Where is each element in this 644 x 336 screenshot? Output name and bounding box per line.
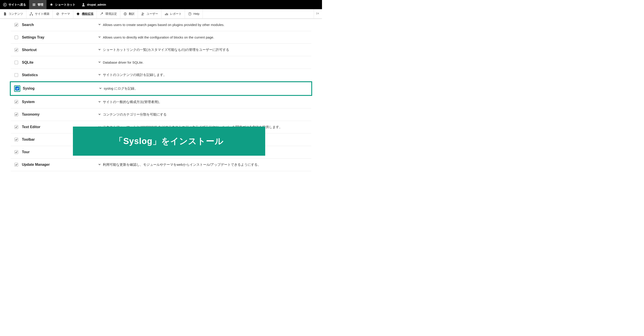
user-menu[interactable]: drupal_admin	[78, 0, 109, 9]
svg-point-8	[143, 13, 144, 14]
module-checkbox-cell	[11, 125, 22, 129]
module-description: ショートカットリンクの一覧(カスタマイズ可能なもの)の管理をユーザーに許可する	[103, 48, 229, 52]
module-description-cell: 利用可能な更新を確認し、モジュールやテーマをwebからインストール/アップデート…	[98, 163, 311, 167]
annotation-callout: 「Syslog」をインストール	[73, 126, 265, 156]
module-description-cell: Allows users to create search pages base…	[98, 23, 311, 27]
module-checkbox[interactable]	[14, 36, 18, 39]
toolbar-help[interactable]: ? Help	[185, 9, 203, 18]
svg-rect-2	[31, 12, 32, 13]
toolbar-extend-label: 機能拡張	[82, 12, 94, 16]
module-name[interactable]: Search	[22, 23, 98, 27]
toolbar-appearance-label: テーマ	[61, 12, 70, 16]
module-checkbox[interactable]	[14, 163, 18, 166]
module-description-cell: Database driver for SQLite.	[98, 61, 311, 64]
module-name[interactable]: Taxonomy	[22, 112, 98, 116]
chevron-down-icon[interactable]	[98, 163, 101, 167]
chevron-down-icon[interactable]	[98, 73, 101, 77]
toolbar-config[interactable]: 環境設定	[97, 9, 120, 18]
toolbar-translate[interactable]: 翻訳	[120, 9, 138, 18]
module-name[interactable]: Syslog	[23, 86, 99, 90]
manage-label: 管理	[38, 3, 44, 7]
admin-toolbar: コンテンツ サイト構築 テーマ 機能拡張 環境設定 翻訳 ユーザー	[0, 9, 322, 19]
svg-text:?: ?	[189, 13, 190, 15]
chevron-down-icon[interactable]	[98, 113, 101, 116]
admin-topbar: サイトへ戻る 管理 ショートカット drupal_admin	[0, 0, 322, 9]
back-arrow-icon	[3, 3, 7, 7]
module-description: 利用可能な更新を確認し、モジュールやテーマをwebからインストール/アップデート…	[103, 163, 261, 167]
module-name[interactable]: Update Manager	[22, 163, 98, 167]
module-name[interactable]: Shortcut	[22, 48, 98, 52]
module-checkbox-cell	[11, 23, 22, 27]
module-checkbox[interactable]	[14, 61, 18, 64]
user-icon	[82, 3, 85, 7]
chevron-down-icon[interactable]	[98, 61, 101, 64]
module-row: Statisticsサイトのコンテンツの統計を記録します。	[11, 69, 311, 81]
module-checkbox[interactable]	[14, 23, 18, 27]
file-icon	[3, 12, 7, 16]
module-checkbox[interactable]	[14, 113, 18, 116]
module-checkbox[interactable]	[14, 48, 18, 52]
module-checkbox-cell	[11, 100, 22, 104]
module-checkbox-cell	[11, 113, 22, 116]
paint-icon	[56, 12, 60, 16]
chevron-down-icon[interactable]	[98, 23, 101, 27]
hamburger-icon	[32, 3, 36, 7]
toolbar-content-label: コンテンツ	[8, 12, 23, 16]
module-checkbox-cell	[11, 73, 22, 77]
module-checkbox[interactable]	[14, 125, 18, 129]
module-description-cell: ショートカットリンクの一覧(カスタマイズ可能なもの)の管理をユーザーに許可する	[98, 48, 311, 52]
toolbar-content[interactable]: コンテンツ	[0, 9, 26, 18]
module-description: コンテンツのカテゴリー分類を可能にする	[103, 112, 166, 117]
module-description: Allows users to directly edit the config…	[103, 35, 214, 39]
module-checkbox[interactable]	[14, 138, 18, 141]
toolbar-structure[interactable]: サイト構築	[26, 9, 53, 18]
module-checkbox[interactable]	[15, 86, 19, 90]
module-description-cell: サイトのコンテンツの統計を記録します。	[98, 73, 311, 77]
toolbar-reports[interactable]: レポート	[162, 9, 185, 18]
module-description: サイトの一般的な構成方法(管理者用)。	[103, 100, 162, 104]
module-row: SQLiteDatabase driver for SQLite.	[11, 56, 311, 69]
toolbar-extend[interactable]: 機能拡張	[73, 9, 97, 18]
module-checkbox-cell	[11, 61, 22, 64]
svg-rect-10	[166, 13, 167, 15]
chevron-down-icon[interactable]	[98, 48, 101, 52]
module-row: Shortcutショートカットリンクの一覧(カスタマイズ可能なもの)の管理をユー…	[11, 44, 311, 56]
checkbox-highlight-ring	[14, 85, 20, 92]
module-name[interactable]: System	[22, 100, 98, 104]
module-row: Settings TrayAllows users to directly ed…	[11, 31, 311, 44]
module-name[interactable]: Statistics	[22, 73, 98, 77]
toolbar-collapse-button[interactable]	[314, 9, 322, 18]
toolbar-people[interactable]: ユーザー	[138, 9, 162, 18]
svg-point-7	[142, 13, 143, 14]
toolbar-config-label: 環境設定	[105, 12, 117, 16]
toolbar-spacer	[203, 9, 314, 18]
module-name[interactable]: Settings Tray	[22, 35, 98, 39]
module-description: Database driver for SQLite.	[103, 61, 144, 64]
toolbar-structure-label: サイト構築	[35, 12, 50, 16]
back-to-site-link[interactable]: サイトへ戻る	[0, 0, 29, 9]
module-checkbox[interactable]	[14, 73, 18, 77]
module-row: Update Manager利用可能な更新を確認し、モジュールやテーマをwebか…	[11, 158, 311, 171]
module-name[interactable]: SQLite	[22, 61, 98, 65]
chevron-down-icon[interactable]	[99, 87, 102, 90]
annotation-callout-text: 「Syslog」をインストール	[114, 135, 224, 147]
module-checkbox-cell	[11, 48, 22, 52]
chevron-down-icon[interactable]	[98, 100, 101, 104]
module-description-cell: syslog にログを記録。	[99, 86, 310, 91]
module-checkbox-cell	[12, 85, 23, 92]
module-row: Taxonomyコンテンツのカテゴリー分類を可能にする	[11, 108, 311, 121]
chevron-down-icon[interactable]	[98, 35, 101, 39]
module-description: サイトのコンテンツの統計を記録します。	[103, 73, 166, 77]
back-to-site-label: サイトへ戻る	[8, 3, 26, 7]
manage-toggle[interactable]: 管理	[29, 0, 46, 9]
module-description-cell: Allows users to directly edit the config…	[98, 35, 311, 39]
svg-rect-3	[30, 15, 31, 16]
module-checkbox-cell	[11, 163, 22, 166]
toolbar-people-label: ユーザー	[146, 12, 158, 16]
module-row: SearchAllows users to create search page…	[11, 19, 311, 31]
module-checkbox[interactable]	[14, 100, 18, 104]
shortcut-link[interactable]: ショートカット	[46, 0, 78, 9]
module-checkbox-cell	[11, 138, 22, 141]
toolbar-appearance[interactable]: テーマ	[53, 9, 73, 18]
module-checkbox[interactable]	[14, 150, 18, 154]
